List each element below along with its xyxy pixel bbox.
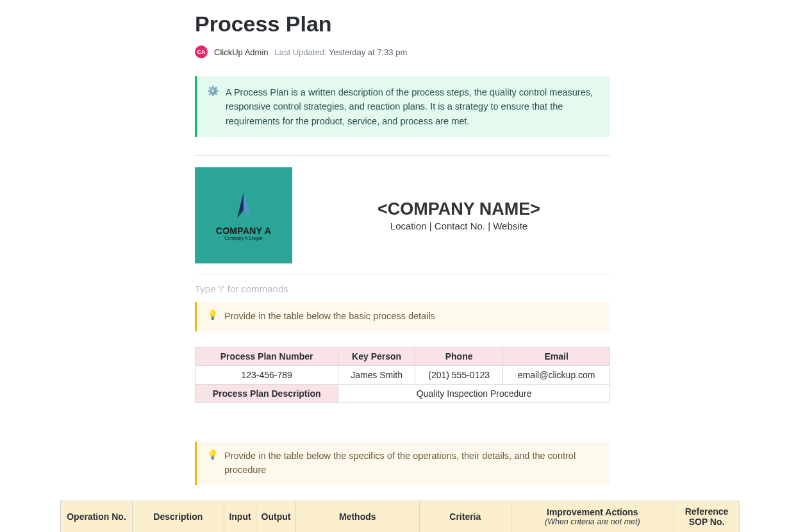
callout-operations: 💡 Provide in the table below the specifi…	[195, 442, 610, 485]
gear-icon: ⚙️	[207, 85, 219, 128]
author-name: ClickUp Admin	[214, 47, 269, 57]
doc-meta: CA ClickUp Admin Last Updated: Yesterday…	[195, 46, 610, 58]
th-output: Output	[256, 501, 295, 532]
table-row[interactable]: Process Plan Description Quality Inspect…	[195, 385, 610, 403]
th-improvement-sub: (When criteria are not met)	[515, 517, 670, 526]
avatar: CA	[195, 46, 208, 58]
company-subtext: Location | Contact No. | Website	[308, 220, 610, 231]
logo-slogan: Company A Slogan	[224, 236, 263, 240]
cell-email[interactable]: email@clickup.com	[503, 366, 610, 385]
callout-definition: ⚙️ A Process Plan is a written descripti…	[195, 76, 610, 137]
divider	[195, 155, 610, 156]
callout-basic-details: 💡 Provide in the table below the basic p…	[195, 302, 610, 331]
th-plan-number: Process Plan Number	[195, 347, 338, 366]
callout-text: Provide in the table below the basic pro…	[224, 310, 435, 324]
th-input: Input	[224, 501, 256, 532]
company-name: <COMPANY NAME>	[308, 199, 610, 219]
th-phone: Phone	[415, 347, 503, 366]
th-email: Email	[503, 347, 610, 366]
callout-text: Provide in the table below the specifics…	[224, 449, 600, 478]
company-header: COMPANY A Company A Slogan <COMPANY NAME…	[195, 167, 610, 263]
company-logo: COMPANY A Company A Slogan	[195, 167, 292, 263]
updated-time: Yesterday at 7:33 pm	[329, 47, 407, 57]
callout-text: A Process Plan is a written description …	[226, 85, 600, 128]
th-methods: Methods	[295, 501, 419, 532]
table-row[interactable]: 123-456-789 James Smith (201) 555-0123 e…	[195, 366, 610, 385]
bulb-icon: 💡	[207, 310, 218, 320]
logo-mark-icon	[231, 191, 256, 223]
th-description: Process Plan Description	[195, 385, 338, 403]
cell-phone[interactable]: (201) 555-0123	[415, 366, 503, 385]
th-reference-sop: Reference SOP No.	[674, 501, 740, 532]
bulb-icon: 💡	[207, 449, 218, 460]
logo-name: COMPANY A	[216, 226, 271, 236]
slash-command-input[interactable]: Type '/' for commands	[195, 281, 610, 297]
divider	[195, 274, 610, 274]
th-description: Description	[133, 501, 224, 532]
th-improvement: Improvement Actions (When criteria are n…	[511, 501, 674, 532]
operations-table: Operation No. Description Input Output M…	[60, 501, 740, 532]
process-details-table: Process Plan Number Key Person Phone Ema…	[195, 347, 610, 403]
th-key-person: Key Person	[338, 347, 415, 366]
cell-key-person[interactable]: James Smith	[338, 366, 415, 385]
page-title: Process Plan	[195, 12, 610, 37]
cell-plan-number[interactable]: 123-456-789	[195, 366, 338, 385]
th-operation-no: Operation No.	[61, 501, 133, 532]
th-criteria: Criteria	[420, 501, 511, 532]
updated-label: Last Updated:	[275, 47, 327, 57]
cell-description[interactable]: Quality Inspection Procedure	[338, 385, 610, 403]
